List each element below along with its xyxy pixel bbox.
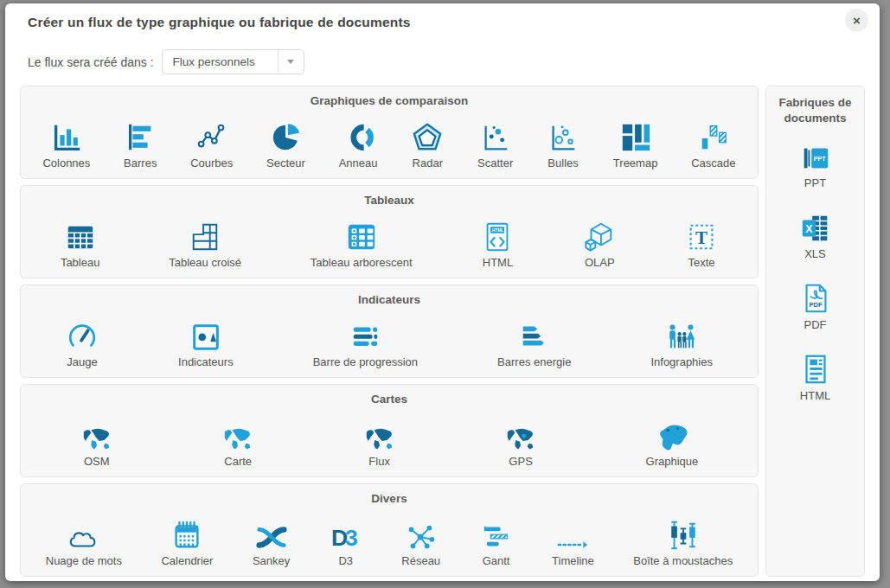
section-title: Divers: [21, 484, 758, 505]
doc-factory-xls[interactable]: X XLS: [772, 209, 859, 260]
document-factories-panel: Fabriques de documents PPT PPT X XLS PDF…: [765, 86, 865, 577]
ppt-icon: PPT: [799, 138, 832, 173]
flux-type-d3[interactable]: D3 D3: [330, 517, 362, 567]
d3-icon: D3: [330, 517, 362, 552]
destination-dropdown-value: Flux personnels: [163, 50, 278, 74]
flux-type-indicateurs[interactable]: Indicateurs: [178, 318, 234, 368]
timeline-icon: [556, 517, 589, 552]
flux-type-reseau[interactable]: Réseau: [401, 517, 440, 567]
section-title: Tableaux: [21, 186, 758, 207]
chevron-down-icon[interactable]: [278, 50, 304, 74]
flux-type-olap[interactable]: OLAP: [583, 219, 616, 269]
flux-type-sankey[interactable]: Sankey: [253, 517, 290, 567]
pivot-table-icon: [189, 219, 221, 253]
flux-type-radar[interactable]: Radar: [411, 119, 444, 169]
flux-type-tableau-arborescent[interactable]: Tableau arborescent: [311, 219, 413, 269]
infographics-icon: [665, 318, 698, 353]
flux-type-boite-a-moustaches[interactable]: Boîte à moustaches: [633, 517, 733, 567]
flux-type-infographies[interactable]: Infographies: [650, 318, 713, 368]
flux-type-texte[interactable]: T Texte: [685, 219, 718, 269]
destination-dropdown[interactable]: Flux personnels: [162, 49, 304, 74]
table-icon: [64, 219, 97, 253]
text-icon: T: [685, 219, 718, 253]
map-chart-icon: [656, 418, 688, 452]
osm-map-icon: [80, 418, 113, 452]
section-divers: Divers Nuage de mots Calendrier: [20, 483, 759, 577]
flux-type-treemap[interactable]: Treemap: [613, 119, 658, 169]
gantt-icon: [480, 517, 513, 552]
gps-map-icon: [504, 418, 537, 452]
flow-map-icon: [363, 418, 396, 452]
doc-factory-ppt[interactable]: PPT PPT: [772, 138, 859, 189]
xls-icon: X: [799, 209, 832, 244]
flux-type-barres-energie[interactable]: Barres energie: [497, 318, 571, 368]
svg-text:3: 3: [345, 525, 358, 551]
waterfall-chart-icon: [697, 119, 730, 154]
progress-bar-icon: [349, 318, 381, 353]
pdf-icon: PDF: [799, 280, 832, 315]
flux-type-nuage-de-mots[interactable]: Nuage de mots: [46, 517, 122, 567]
flux-type-scatter[interactable]: Scatter: [477, 119, 513, 169]
flux-type-timeline[interactable]: Timeline: [552, 517, 594, 567]
section-indicateurs: Indicateurs Jauge Indicateurs: [20, 284, 759, 378]
treemap-icon: [619, 119, 652, 154]
pie-chart-icon: [270, 119, 303, 154]
word-cloud-icon: [67, 517, 100, 552]
flux-type-sections: Graphiques de comparaison Colonnes Barre…: [20, 86, 759, 577]
close-icon[interactable]: ×: [845, 9, 868, 32]
flux-type-tableau[interactable]: Tableau: [61, 219, 100, 269]
olap-cube-icon: [583, 219, 616, 253]
flux-type-carte[interactable]: Carte: [221, 418, 254, 468]
flux-type-calendrier[interactable]: Calendrier: [161, 517, 213, 567]
flux-type-secteur[interactable]: Secteur: [266, 119, 305, 169]
scatter-plot-icon: [479, 119, 512, 154]
flux-type-flux[interactable]: Flux: [363, 418, 396, 468]
html-doc-icon: [799, 351, 832, 386]
document-factories-title: Fabriques de documents: [772, 95, 859, 126]
destination-label: Le flux sera créé dans :: [28, 55, 154, 69]
create-flux-dialog: Créer un flux de type graphique ou fabri…: [5, 3, 880, 581]
doc-factory-html[interactable]: HTML: [772, 351, 859, 402]
flux-type-courbes[interactable]: Courbes: [190, 119, 233, 169]
flux-type-gps[interactable]: GPS: [504, 418, 537, 468]
calendar-icon: [170, 517, 203, 552]
flux-type-tableau-croise[interactable]: Tableau croisé: [169, 219, 241, 269]
flux-type-anneau[interactable]: Anneau: [339, 119, 378, 169]
html-table-icon: .HTML: [481, 219, 514, 253]
energy-bars-icon: [518, 318, 551, 353]
section-title: Cartes: [21, 385, 758, 406]
section-tableaux: Tableaux Tableau Tableau croisé: [20, 185, 759, 278]
flux-type-cascade[interactable]: Cascade: [691, 119, 735, 169]
svg-text:T: T: [695, 227, 708, 248]
svg-text:X: X: [805, 224, 813, 236]
sankey-icon: [255, 517, 288, 552]
map-icon: [221, 418, 254, 452]
destination-row: Le flux sera créé dans : Flux personnels: [28, 49, 865, 74]
svg-text:PPT: PPT: [813, 157, 825, 163]
dialog-title: Créer un flux de type graphique ou fabri…: [28, 15, 411, 29]
svg-text:PDF: PDF: [809, 302, 823, 310]
flux-type-html[interactable]: .HTML HTML: [481, 219, 514, 269]
section-title: Indicateurs: [21, 285, 758, 306]
box-plot-icon: [667, 517, 700, 552]
flux-type-colonnes[interactable]: Colonnes: [42, 119, 90, 169]
bubble-chart-icon: [547, 119, 579, 154]
line-chart-icon: [195, 119, 228, 154]
flux-type-graphique-carte[interactable]: Graphique: [646, 418, 699, 468]
column-chart-icon: [50, 119, 83, 154]
section-graphiques-comparaison: Graphiques de comparaison Colonnes Barre…: [20, 86, 759, 179]
dialog-header: Créer un flux de type graphique ou fabri…: [20, 3, 865, 30]
doc-factory-pdf[interactable]: PDF PDF: [772, 280, 859, 331]
bar-chart-icon: [124, 119, 157, 154]
flux-type-gantt[interactable]: Gantt: [480, 517, 513, 567]
section-title: Graphiques de comparaison: [21, 86, 758, 107]
flux-type-barre-de-progression[interactable]: Barre de progression: [313, 318, 418, 368]
flux-type-bulles[interactable]: Bulles: [547, 119, 579, 169]
gauge-icon: [66, 318, 99, 353]
flux-type-osm[interactable]: OSM: [80, 418, 113, 468]
radar-chart-icon: [411, 119, 444, 154]
donut-chart-icon: [342, 119, 375, 154]
tree-table-icon: [345, 219, 378, 253]
flux-type-barres[interactable]: Barres: [124, 119, 157, 169]
flux-type-jauge[interactable]: Jauge: [66, 318, 99, 368]
